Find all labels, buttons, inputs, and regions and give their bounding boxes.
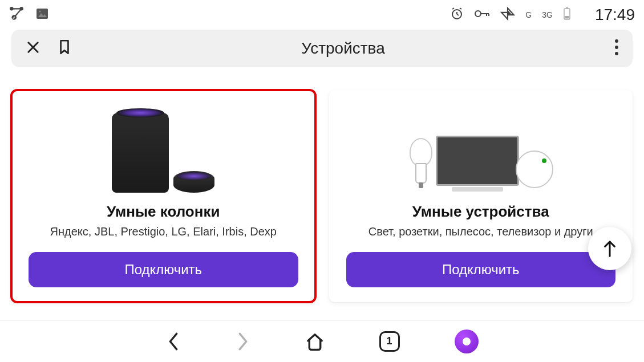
card-smart-devices[interactable]: Умные устройства Свет, розетки, пылесос,… bbox=[329, 90, 633, 302]
card-subtitle: Свет, розетки, пылесос, телевизор и друг… bbox=[346, 225, 616, 238]
nav-back-button[interactable] bbox=[166, 332, 181, 351]
svg-point-5 bbox=[39, 11, 41, 13]
svg-line-10 bbox=[460, 8, 461, 9]
connect-button[interactable]: Подключить bbox=[29, 252, 298, 287]
alarm-icon bbox=[450, 7, 464, 23]
nav-forward-button bbox=[236, 332, 250, 351]
app-bar: Устройства bbox=[11, 30, 633, 67]
network-label-1: G bbox=[525, 10, 532, 19]
scroll-top-button[interactable] bbox=[588, 227, 631, 270]
smart-speaker-image bbox=[112, 107, 214, 193]
connect-button[interactable]: Подключить bbox=[346, 252, 616, 287]
clock: 17:49 bbox=[595, 6, 635, 24]
svg-rect-3 bbox=[37, 9, 48, 19]
lightbulb-icon bbox=[408, 138, 434, 193]
svg-point-11 bbox=[475, 11, 481, 17]
network-label-2: 3G bbox=[542, 10, 553, 19]
nav-home-button[interactable] bbox=[305, 332, 325, 351]
sensor-icon bbox=[516, 151, 553, 188]
svg-line-8 bbox=[457, 14, 459, 15]
key-icon bbox=[474, 8, 490, 22]
svg-rect-19 bbox=[566, 7, 568, 9]
card-subtitle: Яндекс, JBL, Prestigio, LG, Elari, Irbis… bbox=[29, 225, 298, 238]
smart-devices-image bbox=[408, 107, 553, 193]
tv-icon bbox=[436, 136, 519, 193]
svg-line-9 bbox=[452, 8, 454, 9]
nav-tabs-button[interactable]: 1 bbox=[379, 331, 400, 352]
close-icon[interactable] bbox=[25, 39, 41, 58]
card-smart-speakers[interactable]: Умные колонки Яндекс, JBL, Prestigio, LG… bbox=[11, 90, 315, 302]
status-bar: G 3G 17:49 bbox=[0, 0, 644, 27]
more-icon[interactable] bbox=[614, 39, 619, 58]
card-title: Умные устройства bbox=[412, 203, 549, 221]
svg-marker-16 bbox=[502, 13, 508, 19]
svg-point-25 bbox=[615, 52, 618, 55]
svg-point-1 bbox=[21, 7, 23, 10]
battery-icon bbox=[563, 7, 571, 23]
svg-point-24 bbox=[615, 46, 618, 49]
card-title: Умные колонки bbox=[107, 203, 220, 221]
tab-count: 1 bbox=[379, 331, 400, 352]
alice-icon bbox=[455, 330, 479, 353]
svg-point-23 bbox=[615, 39, 618, 43]
bookmark-icon[interactable] bbox=[57, 39, 72, 58]
share-icon bbox=[9, 6, 24, 23]
device-cards: Умные колонки Яндекс, JBL, Prestigio, LG… bbox=[0, 74, 644, 302]
svg-rect-20 bbox=[565, 16, 569, 19]
page-title: Устройства bbox=[301, 39, 384, 58]
picture-icon bbox=[35, 7, 49, 23]
wifi-icon bbox=[500, 6, 515, 23]
nav-alice-button[interactable] bbox=[455, 330, 479, 353]
bottom-nav: 1 bbox=[0, 320, 644, 362]
svg-point-0 bbox=[10, 7, 13, 10]
